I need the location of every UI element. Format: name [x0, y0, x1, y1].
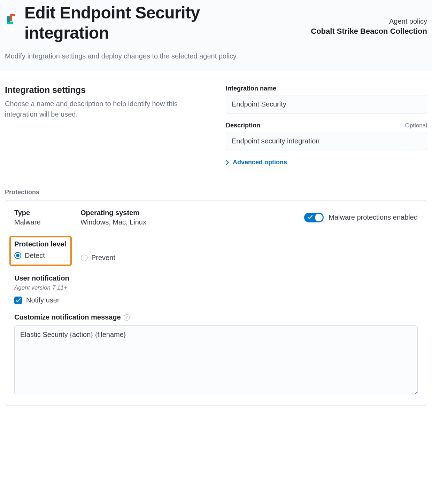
detect-label: Detect [25, 252, 45, 260]
svg-rect-1 [7, 22, 13, 24]
protection-level-detect-radio[interactable]: Detect [14, 252, 45, 260]
protection-level-label: Protection level [14, 240, 66, 248]
user-notification-label: User notification [14, 274, 418, 282]
radio-icon [81, 254, 88, 261]
agent-policy-name: Cobalt Strike Beacon Collection [311, 27, 427, 36]
notify-user-label: Notify user [26, 296, 60, 304]
agent-version-note: Agent version 7.11+ [14, 284, 418, 291]
integration-settings-section: Integration settings Choose a name and d… [5, 85, 427, 166]
settings-title: Integration settings [5, 85, 203, 95]
settings-description: Choose a name and description to help id… [5, 99, 203, 119]
description-input[interactable] [226, 132, 427, 150]
check-icon [308, 214, 313, 221]
agent-policy-label: Agent policy [311, 17, 427, 25]
help-icon[interactable]: ? [124, 314, 130, 321]
description-label: Description [226, 122, 260, 129]
agent-policy-block: Agent policy Cobalt Strike Beacon Collec… [311, 3, 427, 36]
description-optional-hint: Optional [405, 122, 427, 129]
protection-level-prevent-radio[interactable]: Prevent [81, 254, 115, 266]
protection-level-row: Protection level Detect Prevent [14, 236, 418, 266]
notify-user-checkbox[interactable]: Notify user [14, 296, 60, 304]
type-value: Malware [14, 218, 80, 226]
page-header: Edit Endpoint Security integration Agent… [0, 0, 432, 71]
malware-protection-panel: Type Malware Operating system Windows, M… [5, 200, 427, 406]
checkbox-checked-icon [14, 297, 22, 304]
integration-name-label: Integration name [226, 85, 276, 92]
advanced-options-label: Advanced options [233, 159, 287, 166]
prevent-label: Prevent [91, 254, 115, 262]
advanced-options-toggle[interactable]: Advanced options [226, 159, 287, 166]
integration-logo-icon [5, 13, 19, 28]
protections-section-label: Protections [5, 189, 427, 196]
os-value: Windows, Mac, Linux [80, 218, 304, 226]
highlight-annotation: Protection level Detect [9, 236, 72, 266]
custom-message-label: Customize notification message [14, 313, 121, 321]
chevron-right-icon [226, 160, 229, 165]
type-label: Type [14, 209, 80, 217]
page-description: Modify integration settings and deploy c… [5, 51, 249, 61]
notification-message-textarea[interactable] [14, 325, 418, 395]
page-title: Edit Endpoint Security integration [24, 3, 240, 43]
os-label: Operating system [80, 209, 304, 217]
radio-icon [14, 252, 21, 259]
malware-enabled-label: Malware protections enabled [329, 213, 418, 221]
integration-name-input[interactable] [226, 95, 427, 113]
malware-enabled-toggle[interactable] [304, 213, 324, 222]
